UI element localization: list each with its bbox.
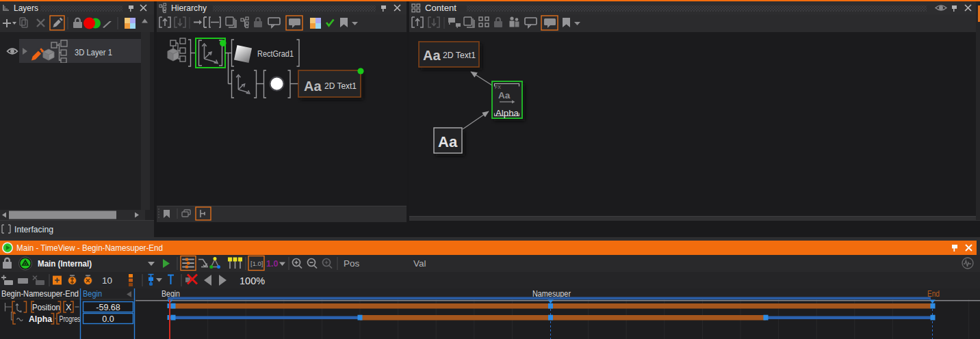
svg-text:[1.0]: [1.0] [250,260,263,267]
svg-text:Layers: Layers [14,3,38,13]
svg-text:Aa: Aa [304,79,322,94]
svg-text:Aa: Aa [438,133,458,150]
svg-text:X: X [66,303,72,312]
svg-text:Position: Position [32,303,60,312]
svg-text:Hierarchy: Hierarchy [171,3,207,13]
svg-text:RectGrad1: RectGrad1 [257,49,294,59]
svg-text:Begin: Begin [83,289,102,299]
svg-text:Val: Val [413,258,426,269]
svg-text:Aa: Aa [423,48,441,63]
svg-text:-59.68: -59.68 [96,303,120,312]
svg-text:Main (Internal): Main (Internal) [38,258,92,269]
svg-text:3D Layer 1: 3D Layer 1 [75,47,112,57]
svg-text:Aa: Aa [498,90,511,100]
svg-text:10: 10 [102,275,112,286]
svg-text:0.0: 0.0 [102,314,114,324]
svg-text:Pos: Pos [344,258,360,269]
svg-text:FX: FX [495,85,501,90]
svg-text:1.0: 1.0 [266,259,278,269]
svg-text:Alpha: Alpha [495,108,519,118]
svg-text:Content: Content [425,3,456,13]
svg-text:Progres: Progres [60,314,81,324]
svg-text:Interfacing: Interfacing [14,224,53,234]
svg-text:100%: 100% [240,275,265,286]
svg-text:2D Text1: 2D Text1 [443,50,476,60]
svg-text:2D Text1: 2D Text1 [324,81,357,91]
svg-text:Main - TimeView - Begin-Namesu: Main - TimeView - Begin-Namesuper-End [16,243,163,253]
svg-text:Begin-Namesuper-End: Begin-Namesuper-End [1,289,79,299]
svg-text:Alpha: Alpha [29,314,53,324]
